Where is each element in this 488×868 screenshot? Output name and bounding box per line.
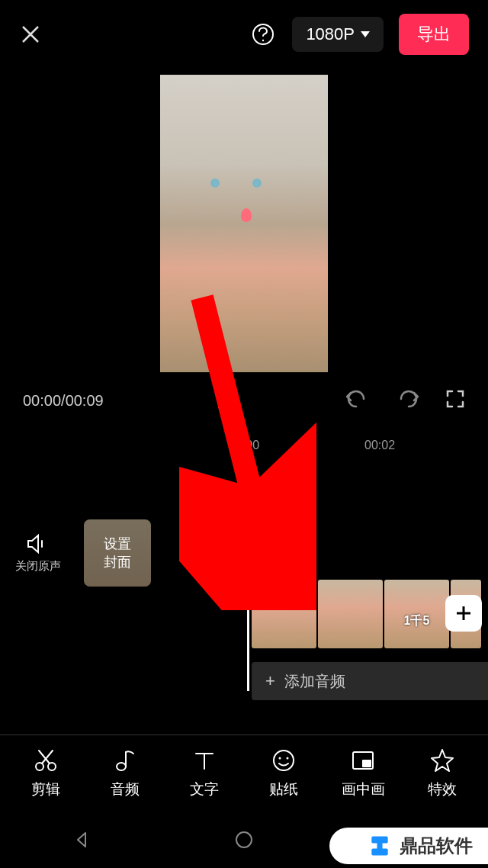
preview-area	[0, 69, 488, 374]
play-button[interactable]	[214, 388, 236, 413]
tool-cut[interactable]: 剪辑	[11, 747, 80, 799]
video-preview[interactable]	[160, 75, 328, 372]
svg-point-1	[262, 40, 264, 41]
nav-back[interactable]	[66, 825, 97, 855]
mute-label: 关闭原声	[15, 559, 61, 574]
watermark-logo-icon	[368, 834, 392, 858]
timeline[interactable]: 关闭原声 设置 封面 1千5 + 添加音频	[0, 519, 488, 770]
tool-audio[interactable]: 音频	[91, 747, 159, 799]
clip-thumbnail[interactable]	[252, 580, 316, 648]
redo-button[interactable]	[396, 389, 419, 412]
fullscreen-button[interactable]	[445, 389, 465, 412]
resolution-select[interactable]: 1080P	[292, 17, 384, 52]
ruler-mark: 00:02	[364, 439, 395, 452]
add-clip-button[interactable]	[445, 595, 482, 632]
clip-text-overlay: 1千5	[384, 613, 449, 629]
time-display: 00:00/00:09	[23, 392, 104, 410]
svg-point-7	[287, 757, 289, 759]
playhead[interactable]	[247, 500, 249, 691]
undo-button[interactable]	[346, 389, 369, 412]
tool-sticker[interactable]: 贴纸	[249, 747, 318, 799]
caret-down-icon	[361, 31, 370, 37]
mute-icon[interactable]	[26, 533, 50, 555]
nav-home[interactable]	[229, 825, 259, 855]
export-button[interactable]: 导出	[399, 14, 469, 55]
plus-icon: +	[265, 671, 275, 691]
add-audio-track[interactable]: + 添加音频	[252, 662, 488, 700]
svg-point-6	[279, 757, 281, 759]
cover-button[interactable]: 设置 封面	[84, 519, 151, 587]
tool-text[interactable]: 文字	[170, 747, 239, 799]
timeline-ruler[interactable]: 00:00 00:02	[0, 435, 488, 458]
clip-thumbnail[interactable]: 1千5	[384, 580, 449, 648]
resolution-label: 1080P	[306, 24, 355, 44]
ruler-mark: 00:00	[229, 439, 259, 452]
add-audio-label: 添加音频	[284, 671, 345, 692]
help-button[interactable]	[249, 21, 277, 48]
svg-rect-9	[362, 760, 371, 767]
clip-thumbnail[interactable]	[318, 580, 383, 648]
svg-point-5	[274, 751, 294, 770]
svg-rect-14	[377, 842, 382, 850]
svg-point-4	[117, 763, 126, 770]
close-button[interactable]	[19, 23, 42, 46]
bottom-toolbar: 剪辑 音频 文字 贴纸 画中画 特效	[0, 735, 488, 811]
svg-point-10	[236, 832, 252, 847]
tool-effect[interactable]: 特效	[408, 747, 477, 799]
tool-pip[interactable]: 画中画	[329, 747, 397, 799]
watermark: 鼎品软件	[329, 828, 488, 864]
